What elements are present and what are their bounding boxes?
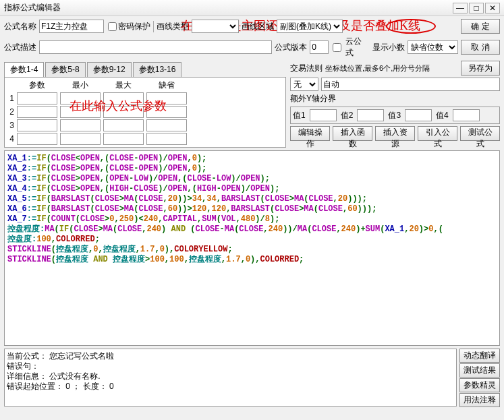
region-label: 画线区域 — [242, 21, 274, 32]
import-button[interactable]: 引入公式 — [418, 126, 457, 141]
param-tabs: 参数1-4 参数5-8 参数9-12 参数13-16 — [4, 62, 286, 78]
decimal-label: 显示小数 — [372, 42, 405, 53]
cloud-label: 云公式 — [345, 36, 370, 59]
param-name-1[interactable] — [17, 92, 57, 104]
insfn-button[interactable]: 插入函数 — [333, 126, 372, 141]
param-def-1[interactable] — [146, 92, 187, 104]
param-min-4[interactable] — [60, 133, 101, 145]
close-icon[interactable]: ✕ — [485, 3, 500, 13]
param-max-1[interactable] — [103, 92, 144, 104]
val4-input[interactable] — [453, 109, 480, 121]
saveas-button[interactable]: 另存为 — [461, 61, 500, 76]
message-box: 当前公式： 您忘记写公式名啦 错误句： 详细信息： 公式没有名称. 错误起始位置… — [4, 349, 457, 407]
test-button[interactable]: 测试公式 — [460, 126, 500, 141]
cloud-checkbox[interactable] — [333, 43, 341, 52]
cancel-button[interactable]: 取 消 — [461, 40, 500, 55]
window-title: 指标公式编辑器 — [4, 2, 451, 13]
tab-params-1-4[interactable]: 参数1-4 — [4, 62, 44, 77]
traderule-label: 交易法则 — [290, 63, 323, 74]
titlebar: 指标公式编辑器 — □ ✕ — [0, 0, 504, 16]
version-label: 公式版本 — [275, 42, 307, 53]
param-name-3[interactable] — [17, 119, 57, 131]
param-min-2[interactable] — [60, 106, 101, 118]
coord-hint: 坐标线位置,最多6个,用分号分隔 — [325, 63, 430, 73]
ok-button[interactable]: 确 定 — [461, 19, 500, 34]
param-def-3[interactable] — [146, 119, 187, 131]
password-label: 密码保护 — [118, 21, 150, 32]
desc-label: 公式描述 — [4, 42, 36, 53]
name-input[interactable] — [39, 20, 104, 33]
insres-button[interactable]: 插入资源 — [375, 126, 415, 141]
plottype-select[interactable] — [192, 20, 239, 33]
plottype-label: 画线类型 — [157, 21, 189, 32]
val3-input[interactable] — [405, 109, 432, 121]
tab-params-9-12[interactable]: 参数9-12 — [87, 62, 132, 77]
name-label: 公式名称 — [4, 21, 36, 32]
paramwiz-button[interactable]: 参数精灵 — [459, 378, 500, 392]
version-input[interactable] — [310, 40, 329, 54]
tab-params-5-8[interactable]: 参数5-8 — [45, 62, 85, 77]
param-def-2[interactable] — [146, 106, 187, 118]
param-min-3[interactable] — [60, 119, 101, 131]
password-checkbox[interactable] — [108, 22, 117, 31]
val1-input[interactable] — [310, 109, 337, 121]
code-editor[interactable]: XA_1:=IF(CLOSE<OPEN,(CLOSE-OPEN)/OPEN,0)… — [4, 150, 500, 346]
dyntrans-button[interactable]: 动态翻译 — [459, 349, 500, 363]
extray-label: 额外Y轴分界 — [290, 93, 500, 104]
param-max-2[interactable] — [103, 106, 144, 118]
param-max-3[interactable] — [103, 119, 144, 131]
desc-input[interactable] — [39, 40, 272, 54]
val2-input[interactable] — [357, 109, 384, 121]
minimize-icon[interactable]: — — [453, 3, 468, 13]
param-name-2[interactable] — [17, 106, 57, 118]
traderule-select[interactable]: 无 — [290, 78, 318, 91]
param-max-4[interactable] — [103, 133, 144, 145]
coord-input[interactable] — [321, 78, 500, 91]
param-def-4[interactable] — [146, 133, 187, 145]
extray-values: 值1 值2 值3 值4 — [290, 107, 500, 124]
tab-params-13-16[interactable]: 参数13-16 — [133, 62, 182, 77]
usage-button[interactable]: 用法注释 — [459, 393, 500, 407]
param-name-4[interactable] — [17, 133, 57, 145]
decimal-select[interactable]: 缺省位数 — [408, 40, 458, 54]
editop-button[interactable]: 编辑操作 — [290, 126, 330, 141]
maximize-icon[interactable]: □ — [469, 3, 484, 13]
testres-button[interactable]: 测试结果 — [459, 363, 500, 378]
region-select[interactable]: 副图(叠加K线) — [277, 20, 343, 33]
param-min-1[interactable] — [60, 92, 101, 104]
params-panel: 在此输入公式参数 参数最小最大缺省1234 — [4, 78, 286, 148]
